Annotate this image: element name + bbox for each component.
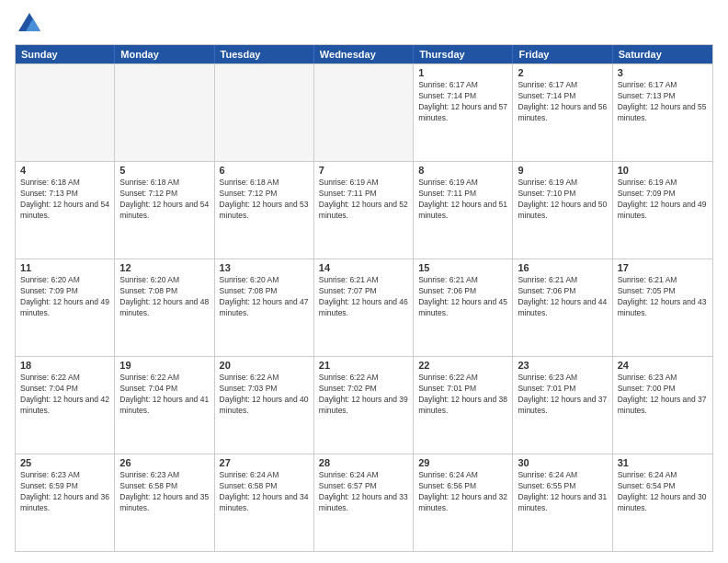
cell-info: Sunrise: 6:22 AMSunset: 7:04 PMDaylight:…	[119, 373, 209, 417]
day-number: 5	[119, 165, 209, 176]
cell-info: Sunrise: 6:23 AMSunset: 7:01 PMDaylight:…	[518, 373, 607, 417]
cell-info: Sunrise: 6:21 AMSunset: 7:07 PMDaylight:…	[319, 275, 408, 319]
day-number: 24	[618, 360, 708, 371]
day-number: 27	[220, 457, 309, 468]
day-number: 30	[518, 457, 607, 468]
cell-info: Sunrise: 6:18 AMSunset: 7:12 PMDaylight:…	[119, 178, 209, 222]
calendar-row-0: 1Sunrise: 6:17 AMSunset: 7:14 PMDaylight…	[16, 63, 712, 161]
cell-info: Sunrise: 6:19 AMSunset: 7:11 PMDaylight:…	[418, 178, 507, 222]
cell-info: Sunrise: 6:19 AMSunset: 7:09 PMDaylight:…	[618, 178, 708, 222]
day-number: 6	[220, 165, 309, 176]
cell-info: Sunrise: 6:22 AMSunset: 7:03 PMDaylight:…	[220, 373, 309, 417]
calendar-cell: 27Sunrise: 6:24 AMSunset: 6:58 PMDayligh…	[215, 454, 314, 551]
calendar: SundayMondayTuesdayWednesdayThursdayFrid…	[15, 44, 713, 552]
calendar-row-1: 4Sunrise: 6:18 AMSunset: 7:13 PMDaylight…	[16, 161, 712, 259]
calendar-cell: 8Sunrise: 6:19 AMSunset: 7:11 PMDaylight…	[414, 162, 513, 259]
day-number: 15	[418, 262, 507, 273]
day-number: 2	[518, 67, 607, 78]
cell-info: Sunrise: 6:20 AMSunset: 7:08 PMDaylight:…	[220, 275, 309, 319]
calendar-cell: 18Sunrise: 6:22 AMSunset: 7:04 PMDayligh…	[16, 357, 115, 454]
calendar-cell: 20Sunrise: 6:22 AMSunset: 7:03 PMDayligh…	[215, 357, 314, 454]
calendar-cell	[115, 64, 214, 161]
header-cell-sunday: Sunday	[16, 45, 115, 63]
calendar-cell: 10Sunrise: 6:19 AMSunset: 7:09 PMDayligh…	[613, 162, 712, 259]
day-number: 25	[20, 457, 109, 468]
calendar-row-4: 25Sunrise: 6:23 AMSunset: 6:59 PMDayligh…	[16, 454, 712, 551]
cell-info: Sunrise: 6:23 AMSunset: 6:59 PMDaylight:…	[20, 470, 109, 514]
cell-info: Sunrise: 6:19 AMSunset: 7:10 PMDaylight:…	[518, 178, 607, 222]
calendar-cell: 1Sunrise: 6:17 AMSunset: 7:14 PMDaylight…	[414, 64, 513, 161]
day-number: 7	[319, 165, 408, 176]
calendar-cell	[314, 64, 414, 161]
cell-info: Sunrise: 6:17 AMSunset: 7:14 PMDaylight:…	[418, 80, 507, 124]
cell-info: Sunrise: 6:17 AMSunset: 7:14 PMDaylight:…	[518, 80, 607, 124]
calendar-body: 1Sunrise: 6:17 AMSunset: 7:14 PMDaylight…	[16, 63, 712, 551]
logo-block	[15, 11, 42, 37]
header-cell-tuesday: Tuesday	[215, 45, 314, 63]
calendar-cell: 17Sunrise: 6:21 AMSunset: 7:05 PMDayligh…	[613, 259, 712, 356]
calendar-cell: 19Sunrise: 6:22 AMSunset: 7:04 PMDayligh…	[115, 357, 214, 454]
day-number: 12	[119, 262, 209, 273]
cell-info: Sunrise: 6:17 AMSunset: 7:13 PMDaylight:…	[618, 80, 708, 124]
cell-info: Sunrise: 6:24 AMSunset: 6:56 PMDaylight:…	[418, 470, 507, 514]
calendar-cell: 28Sunrise: 6:24 AMSunset: 6:57 PMDayligh…	[314, 454, 414, 551]
day-number: 14	[319, 262, 408, 273]
cell-info: Sunrise: 6:19 AMSunset: 7:11 PMDaylight:…	[319, 178, 408, 222]
header-cell-thursday: Thursday	[414, 45, 513, 63]
cell-info: Sunrise: 6:18 AMSunset: 7:13 PMDaylight:…	[20, 178, 109, 222]
day-number: 21	[319, 360, 408, 371]
cell-info: Sunrise: 6:22 AMSunset: 7:02 PMDaylight:…	[319, 373, 408, 417]
cell-info: Sunrise: 6:23 AMSunset: 7:00 PMDaylight:…	[618, 373, 708, 417]
calendar-header: SundayMondayTuesdayWednesdayThursdayFrid…	[16, 45, 712, 63]
day-number: 4	[20, 165, 109, 176]
day-number: 28	[319, 457, 408, 468]
cell-info: Sunrise: 6:20 AMSunset: 7:09 PMDaylight:…	[20, 275, 109, 319]
calendar-cell: 31Sunrise: 6:24 AMSunset: 6:54 PMDayligh…	[613, 454, 712, 551]
day-number: 22	[418, 360, 507, 371]
day-number: 17	[618, 262, 708, 273]
calendar-row-3: 18Sunrise: 6:22 AMSunset: 7:04 PMDayligh…	[16, 356, 712, 454]
calendar-cell: 3Sunrise: 6:17 AMSunset: 7:13 PMDaylight…	[613, 64, 712, 161]
header-cell-monday: Monday	[115, 45, 214, 63]
calendar-cell: 23Sunrise: 6:23 AMSunset: 7:01 PMDayligh…	[513, 357, 612, 454]
calendar-cell: 9Sunrise: 6:19 AMSunset: 7:10 PMDaylight…	[513, 162, 612, 259]
day-number: 29	[418, 457, 507, 468]
day-number: 23	[518, 360, 607, 371]
day-number: 8	[418, 165, 507, 176]
day-number: 18	[20, 360, 109, 371]
calendar-cell: 24Sunrise: 6:23 AMSunset: 7:00 PMDayligh…	[613, 357, 712, 454]
calendar-cell: 11Sunrise: 6:20 AMSunset: 7:09 PMDayligh…	[16, 259, 115, 356]
cell-info: Sunrise: 6:22 AMSunset: 7:01 PMDaylight:…	[418, 373, 507, 417]
header-cell-wednesday: Wednesday	[314, 45, 414, 63]
day-number: 11	[20, 262, 109, 273]
calendar-cell: 25Sunrise: 6:23 AMSunset: 6:59 PMDayligh…	[16, 454, 115, 551]
calendar-cell: 29Sunrise: 6:24 AMSunset: 6:56 PMDayligh…	[414, 454, 513, 551]
cell-info: Sunrise: 6:23 AMSunset: 6:58 PMDaylight:…	[119, 470, 209, 514]
header-cell-saturday: Saturday	[613, 45, 712, 63]
cell-info: Sunrise: 6:22 AMSunset: 7:04 PMDaylight:…	[20, 373, 109, 417]
logo-icon	[17, 11, 42, 37]
cell-info: Sunrise: 6:21 AMSunset: 7:06 PMDaylight:…	[418, 275, 507, 319]
calendar-cell: 5Sunrise: 6:18 AMSunset: 7:12 PMDaylight…	[115, 162, 214, 259]
calendar-cell: 7Sunrise: 6:19 AMSunset: 7:11 PMDaylight…	[314, 162, 414, 259]
calendar-cell: 4Sunrise: 6:18 AMSunset: 7:13 PMDaylight…	[16, 162, 115, 259]
cell-info: Sunrise: 6:18 AMSunset: 7:12 PMDaylight:…	[220, 178, 309, 222]
cell-info: Sunrise: 6:20 AMSunset: 7:08 PMDaylight:…	[119, 275, 209, 319]
calendar-cell: 13Sunrise: 6:20 AMSunset: 7:08 PMDayligh…	[215, 259, 314, 356]
day-number: 16	[518, 262, 607, 273]
cell-info: Sunrise: 6:21 AMSunset: 7:06 PMDaylight:…	[518, 275, 607, 319]
calendar-cell	[16, 64, 115, 161]
calendar-cell: 22Sunrise: 6:22 AMSunset: 7:01 PMDayligh…	[414, 357, 513, 454]
calendar-cell: 14Sunrise: 6:21 AMSunset: 7:07 PMDayligh…	[314, 259, 414, 356]
calendar-cell: 6Sunrise: 6:18 AMSunset: 7:12 PMDaylight…	[215, 162, 314, 259]
day-number: 10	[618, 165, 708, 176]
cell-info: Sunrise: 6:21 AMSunset: 7:05 PMDaylight:…	[618, 275, 708, 319]
calendar-row-2: 11Sunrise: 6:20 AMSunset: 7:09 PMDayligh…	[16, 259, 712, 356]
logo	[15, 11, 42, 37]
day-number: 26	[119, 457, 209, 468]
header-cell-friday: Friday	[513, 45, 612, 63]
day-number: 1	[418, 67, 507, 78]
calendar-cell: 16Sunrise: 6:21 AMSunset: 7:06 PMDayligh…	[513, 259, 612, 356]
page: SundayMondayTuesdayWednesdayThursdayFrid…	[0, 0, 728, 563]
cell-info: Sunrise: 6:24 AMSunset: 6:57 PMDaylight:…	[319, 470, 408, 514]
